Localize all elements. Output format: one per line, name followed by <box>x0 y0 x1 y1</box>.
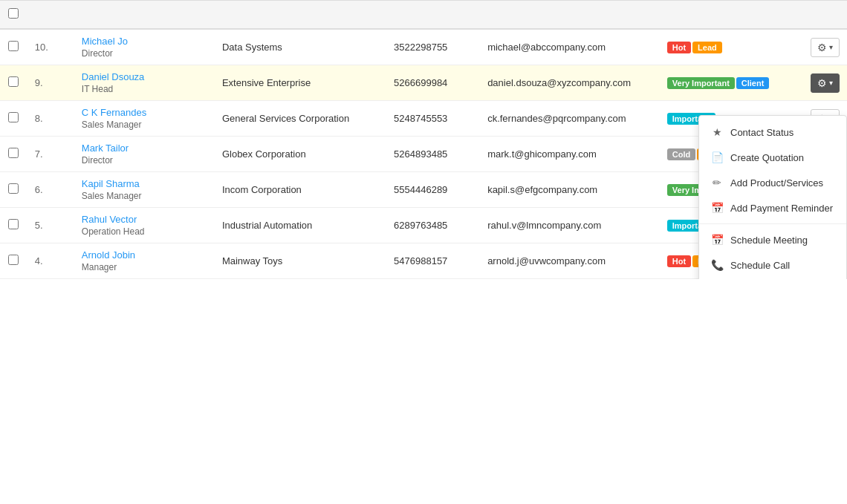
action-gear-button[interactable]: ⚙ ▾ <box>811 38 840 57</box>
menu-item-label: Add Product/Services <box>730 177 823 189</box>
menu-item-icon: 📅 <box>711 234 723 246</box>
contact-name-link[interactable]: C K Fernandes <box>82 107 207 118</box>
menu-item-icon: 📞 <box>711 259 723 271</box>
menu-item-icon: 📄 <box>711 151 723 163</box>
dropdown-menu-item[interactable]: ✉Schedule Email <box>699 278 846 279</box>
row-company: General Services Corporation <box>215 101 386 137</box>
dropdown-menu-item[interactable]: ✏Add Product/Services <box>699 170 846 195</box>
row-email: arnold.j@uvwcompany.com <box>480 243 660 279</box>
header-tags <box>660 1 785 30</box>
row-contact: 5248745553 <box>386 101 480 137</box>
row-checkbox[interactable] <box>8 183 19 194</box>
row-email: mark.t@ghicompany.com <box>480 137 660 172</box>
action-gear-button[interactable]: ⚙ ▾ <box>811 73 840 93</box>
row-srno: 8. <box>27 101 74 137</box>
row-action: ⚙ ▾ <box>785 29 847 65</box>
table-row: 10.Michael JoDirectorData Systems3522298… <box>0 29 847 65</box>
row-contact: 6289763485 <box>386 208 480 243</box>
tag-badge: Client <box>736 77 770 89</box>
row-srno: 6. <box>27 172 74 208</box>
dropdown-menu-item[interactable]: 📞Schedule Call <box>699 252 846 278</box>
row-name-cell: Arnold JobinManager <box>74 243 215 279</box>
row-name-cell: C K FernandesSales Manager <box>74 101 215 137</box>
contacts-table-container: 10.Michael JoDirectorData Systems3522298… <box>0 0 847 279</box>
row-tags: HotLead <box>660 29 785 65</box>
row-checkbox[interactable] <box>8 76 19 87</box>
menu-item-label: Schedule Meeting <box>730 235 808 246</box>
menu-item-icon: ★ <box>711 126 723 138</box>
dropdown-menu-item[interactable]: ★Contact Status <box>699 120 846 145</box>
header-name <box>74 1 215 30</box>
menu-item-label: Create Quotation <box>730 152 804 163</box>
row-company: Incom Corporation <box>215 172 386 208</box>
tag-badge: Lead <box>692 42 722 53</box>
row-email: kapil.s@efgcompany.com <box>480 172 660 208</box>
row-contact: 5476988157 <box>386 243 480 279</box>
contact-name-link[interactable]: Arnold Jobin <box>82 249 207 261</box>
dropdown-menu-item[interactable]: 📅Add Payment Reminder <box>699 195 846 220</box>
row-contact: 5264893485 <box>386 137 480 172</box>
header-srno <box>27 1 74 30</box>
contact-designation: IT Head <box>82 84 207 94</box>
row-company: Globex Corporation <box>215 137 386 172</box>
row-name-cell: Mark TailorDirector <box>74 137 215 172</box>
contact-designation: Operation Head <box>82 226 207 237</box>
row-contact: 5554446289 <box>386 172 480 208</box>
row-tags: Very ImportantClient <box>660 65 785 101</box>
action-dropdown-menu: ★Contact Status📄Create Quotation✏Add Pro… <box>698 115 847 279</box>
header-action <box>785 1 847 30</box>
header-company <box>215 1 386 30</box>
select-all-checkbox[interactable] <box>8 8 19 19</box>
table-row: 9.Daniel DsouzaIT HeadExtensive Enterpri… <box>0 65 847 101</box>
row-company: Data Systems <box>215 29 386 65</box>
row-email: rahul.v@lmncompany.com <box>480 208 660 243</box>
contact-designation: Sales Manager <box>82 191 207 201</box>
tag-badge: Hot <box>667 42 691 53</box>
row-email: ck.fernandes@pqrcompany.com <box>480 101 660 137</box>
row-name-cell: Daniel DsouzaIT Head <box>74 65 215 101</box>
row-name-cell: Kapil SharmaSales Manager <box>74 172 215 208</box>
row-name-cell: Michael JoDirector <box>74 29 215 65</box>
menu-item-icon: ✏ <box>711 177 723 189</box>
menu-item-icon: 📅 <box>711 202 723 214</box>
row-checkbox[interactable] <box>8 41 19 51</box>
header-email <box>480 1 660 30</box>
contact-designation: Manager <box>82 262 207 272</box>
row-contact: 3522298755 <box>386 29 480 65</box>
contact-name-link[interactable]: Michael Jo <box>82 36 207 47</box>
row-company: Mainway Toys <box>215 243 386 279</box>
row-company: Industrial Automation <box>215 208 386 243</box>
tag-badge: Cold <box>667 148 695 160</box>
contact-name-link[interactable]: Kapil Sharma <box>82 178 207 189</box>
row-srno: 9. <box>27 65 74 101</box>
row-srno: 7. <box>27 137 74 172</box>
header-contact <box>386 1 480 30</box>
row-email: michael@abccompany.com <box>480 29 660 65</box>
header-checkbox-col <box>0 1 27 30</box>
row-srno: 5. <box>27 208 74 243</box>
dropdown-divider <box>699 223 846 224</box>
row-srno: 4. <box>27 243 74 279</box>
tag-badge: Hot <box>667 255 691 267</box>
menu-item-label: Schedule Call <box>730 260 790 271</box>
row-checkbox[interactable] <box>8 112 19 122</box>
dropdown-menu-item[interactable]: 📅Schedule Meeting <box>699 227 846 252</box>
contact-name-link[interactable]: Mark Tailor <box>82 143 207 154</box>
row-checkbox[interactable] <box>8 219 19 229</box>
contact-designation: Director <box>82 155 207 166</box>
row-srno: 10. <box>27 29 74 65</box>
row-checkbox[interactable] <box>8 148 19 158</box>
contact-name-link[interactable]: Daniel Dsouza <box>82 71 207 82</box>
row-contact: 5266699984 <box>386 65 480 101</box>
row-name-cell: Rahul VectorOperation Head <box>74 208 215 243</box>
row-company: Extensive Enterprise <box>215 65 386 101</box>
contact-designation: Sales Manager <box>82 120 207 130</box>
contact-designation: Director <box>82 48 207 59</box>
row-action: ⚙ ▾ <box>785 65 847 101</box>
menu-item-label: Add Payment Reminder <box>730 203 833 214</box>
dropdown-menu-item[interactable]: 📄Create Quotation <box>699 145 846 170</box>
contact-name-link[interactable]: Rahul Vector <box>82 214 207 225</box>
row-checkbox[interactable] <box>8 255 19 265</box>
row-email: daniel.dsouza@xyzcompany.com <box>480 65 660 101</box>
tag-badge: Very Important <box>667 77 735 89</box>
